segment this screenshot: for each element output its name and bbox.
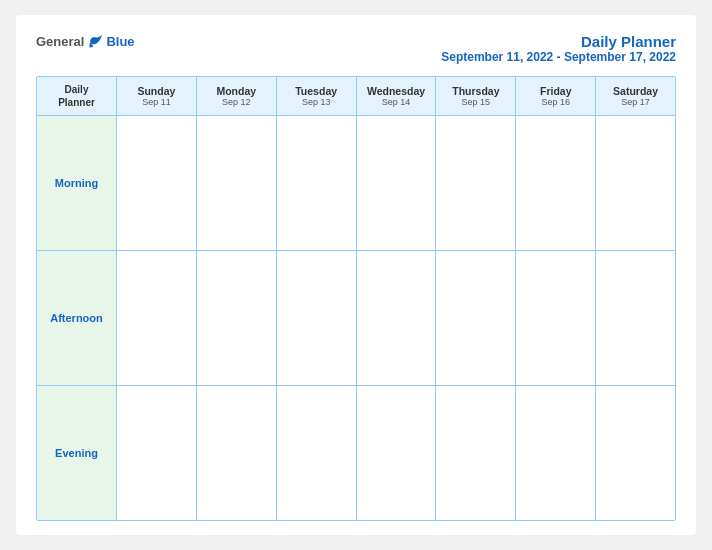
evening-row: Evening: [37, 386, 675, 520]
evening-label-cell: Evening: [37, 386, 117, 520]
header-day-sat: Saturday: [613, 85, 658, 97]
header-date-tue: Sep 13: [302, 97, 331, 107]
header-day-thu: Thursday: [452, 85, 499, 97]
header-date-wed: Sep 14: [382, 97, 411, 107]
evening-sat: [596, 386, 675, 520]
morning-label-cell: Morning: [37, 116, 117, 250]
evening-mon: [197, 386, 277, 520]
header-date-fri: Sep 16: [541, 97, 570, 107]
calendar-header-row: Daily Planner Sunday Sep 11 Monday Sep 1…: [37, 77, 675, 116]
morning-wed: [357, 116, 437, 250]
header-date-sun: Sep 11: [142, 97, 171, 107]
header-label-day: Daily: [65, 83, 89, 96]
header-cell-fri: Friday Sep 16: [516, 77, 596, 115]
header-cell-wed: Wednesday Sep 14: [357, 77, 437, 115]
evening-fri: [516, 386, 596, 520]
afternoon-wed: [357, 251, 437, 385]
logo-general-text: General: [36, 34, 84, 49]
header-date-sat: Sep 17: [621, 97, 650, 107]
afternoon-fri: [516, 251, 596, 385]
header-cell-thu: Thursday Sep 15: [436, 77, 516, 115]
morning-mon: [197, 116, 277, 250]
morning-sat: [596, 116, 675, 250]
morning-row: Morning: [37, 116, 675, 251]
header-cell-label: Daily Planner: [37, 77, 117, 115]
afternoon-thu: [436, 251, 516, 385]
page: General Blue Daily Planner September 11,…: [16, 15, 696, 535]
afternoon-sat: [596, 251, 675, 385]
header-day-tue: Tuesday: [295, 85, 337, 97]
header-date-mon: Sep 12: [222, 97, 251, 107]
header-day-fri: Friday: [540, 85, 572, 97]
afternoon-label: Afternoon: [50, 312, 103, 324]
morning-fri: [516, 116, 596, 250]
calendar-body: Morning Afternoon: [37, 116, 675, 520]
header-day-sun: Sunday: [137, 85, 175, 97]
header-date-thu: Sep 15: [462, 97, 491, 107]
evening-sun: [117, 386, 197, 520]
afternoon-sun: [117, 251, 197, 385]
header-cell-sat: Saturday Sep 17: [596, 77, 675, 115]
header-cell-tue: Tuesday Sep 13: [277, 77, 357, 115]
morning-thu: [436, 116, 516, 250]
header-cell-mon: Monday Sep 12: [197, 77, 277, 115]
title-area: Daily Planner September 11, 2022 - Septe…: [441, 33, 676, 64]
logo-bird-icon: [86, 33, 104, 49]
logo-blue-text: Blue: [106, 34, 134, 49]
header-day-wed: Wednesday: [367, 85, 425, 97]
planner-date-range: September 11, 2022 - September 17, 2022: [441, 50, 676, 64]
header-day-mon: Monday: [216, 85, 256, 97]
logo: General Blue: [36, 33, 135, 49]
logo-area: General Blue: [36, 33, 135, 49]
evening-thu: [436, 386, 516, 520]
header-cell-sun: Sunday Sep 11: [117, 77, 197, 115]
calendar-table: Daily Planner Sunday Sep 11 Monday Sep 1…: [36, 76, 676, 521]
planner-title: Daily Planner: [441, 33, 676, 50]
afternoon-tue: [277, 251, 357, 385]
evening-tue: [277, 386, 357, 520]
header: General Blue Daily Planner September 11,…: [36, 33, 676, 64]
morning-tue: [277, 116, 357, 250]
evening-label: Evening: [55, 447, 98, 459]
evening-wed: [357, 386, 437, 520]
morning-label: Morning: [55, 177, 98, 189]
afternoon-mon: [197, 251, 277, 385]
morning-sun: [117, 116, 197, 250]
afternoon-label-cell: Afternoon: [37, 251, 117, 385]
header-label-planner: Planner: [58, 96, 95, 109]
afternoon-row: Afternoon: [37, 251, 675, 386]
